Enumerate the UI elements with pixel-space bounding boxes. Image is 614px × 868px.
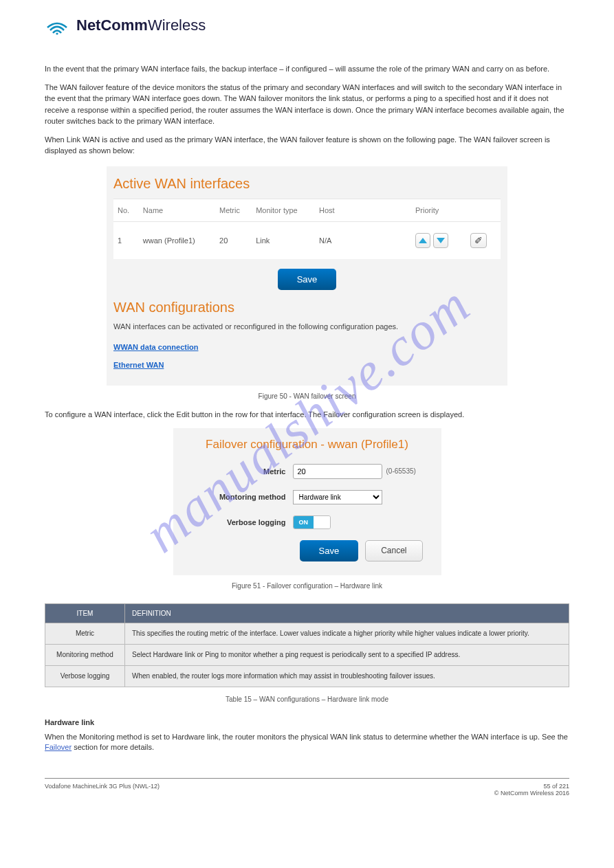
- svg-point-0: [56, 32, 58, 34]
- edit-button[interactable]: [470, 233, 487, 248]
- toggle-off-icon: [314, 516, 330, 528]
- gloss-header-item: ITEM: [45, 603, 125, 623]
- monitoring-method-label: Montoring method: [183, 493, 293, 501]
- table-row: Metric This specifies the routing metric…: [45, 623, 569, 644]
- logo-text: NetCommWireless: [76, 16, 206, 34]
- failover-save-button[interactable]: Save: [300, 540, 359, 561]
- table-caption: Table 15 – WAN configurations – Hardware…: [45, 695, 569, 703]
- gloss-header-def: DEFINITION: [125, 603, 569, 623]
- col-host: Host: [315, 199, 411, 221]
- triangle-down-icon: [437, 238, 445, 243]
- cell-edit: [466, 221, 501, 259]
- metric-range: (0-65535): [386, 467, 416, 475]
- gloss-item: Verbose logging: [45, 665, 125, 687]
- failover-config-panel: Failover configuration - wwan (Profile1)…: [173, 428, 441, 575]
- gloss-def: When enabled, the router logs more infor…: [125, 665, 569, 687]
- cell-host: N/A: [315, 221, 411, 259]
- ethernet-wan-link[interactable]: Ethernet WAN: [113, 361, 164, 369]
- gloss-item: Metric: [45, 623, 125, 644]
- wwan-data-link[interactable]: WWAN data connection: [113, 343, 198, 351]
- priority-down-button[interactable]: [433, 233, 448, 248]
- toggle-on-icon: ON: [294, 516, 314, 528]
- failover-cancel-button[interactable]: Cancel: [365, 540, 422, 561]
- active-wan-heading: Active WAN interfaces: [107, 176, 507, 199]
- page-footer: Vodafone MachineLink 3G Plus (NWL-12) 55…: [45, 778, 569, 797]
- table-row: 1 wwan (Profile1) 20 Link N/A: [113, 221, 501, 259]
- save-button[interactable]: Save: [278, 269, 337, 290]
- table-row: Monitoring method Select Hardware link o…: [45, 644, 569, 665]
- gloss-item: Monitoring method: [45, 644, 125, 665]
- brand-logo: NetCommWireless: [45, 15, 569, 36]
- failover-link[interactable]: Failover: [45, 743, 72, 751]
- hardware-link-text: When the Monitoring method is set to Har…: [45, 732, 569, 753]
- metric-input[interactable]: [293, 464, 382, 479]
- figure-caption-1: Figure 50 - WAN failover screen: [45, 392, 569, 400]
- pencil-icon: [474, 235, 483, 246]
- table-header-row: No. Name Metric Monitor type Host Priori…: [113, 199, 501, 221]
- col-monitor: Monitor type: [252, 199, 315, 221]
- wan-config-heading: WAN configurations: [107, 300, 507, 318]
- verbose-toggle[interactable]: ON: [293, 515, 331, 529]
- cell-metric: 20: [215, 221, 252, 259]
- col-priority: Priority: [411, 199, 466, 221]
- figure-caption-2: Figure 51 - Failover configuration – Har…: [45, 582, 569, 590]
- intro-text: In the event that the primary WAN interf…: [45, 63, 569, 157]
- between-text: To configure a WAN interface, click the …: [45, 410, 569, 420]
- cell-monitor: Link: [252, 221, 315, 259]
- col-metric: Metric: [215, 199, 252, 221]
- footer-left: Vodafone MachineLink 3G Plus (NWL-12): [45, 783, 160, 797]
- triangle-up-icon: [419, 238, 427, 243]
- col-no: No.: [113, 199, 139, 221]
- failover-heading: Failover configuration - wwan (Profile1): [183, 438, 432, 452]
- priority-up-button[interactable]: [415, 233, 430, 248]
- cell-name: wwan (Profile1): [139, 221, 215, 259]
- active-wan-panel: Active WAN interfaces No. Name Metric Mo…: [107, 166, 507, 386]
- table-row: Verbose logging When enabled, the router…: [45, 665, 569, 687]
- wan-config-desc: WAN interfaces can be activated or recon…: [107, 318, 507, 337]
- gloss-def: This specifies the routing metric of the…: [125, 623, 569, 644]
- verbose-label: Verbose logging: [183, 518, 293, 526]
- metric-label: Metric: [183, 467, 293, 476]
- gloss-def: Select Hardware link or Ping to monitor …: [125, 644, 569, 665]
- wifi-icon: [45, 15, 69, 36]
- col-actions: [466, 199, 501, 221]
- cell-no: 1: [113, 221, 139, 259]
- col-name: Name: [139, 199, 215, 221]
- footer-page: 55 of 221: [543, 783, 569, 790]
- footer-copyright: © NetComm Wireless 2016: [494, 790, 569, 797]
- hardware-link-heading: Hardware link: [45, 718, 569, 726]
- wan-table: No. Name Metric Monitor type Host Priori…: [113, 199, 501, 259]
- cell-priority: [411, 221, 466, 259]
- definition-table: ITEM DEFINITION Metric This specifies th…: [45, 603, 569, 687]
- monitoring-method-select[interactable]: Hardware link: [293, 490, 382, 504]
